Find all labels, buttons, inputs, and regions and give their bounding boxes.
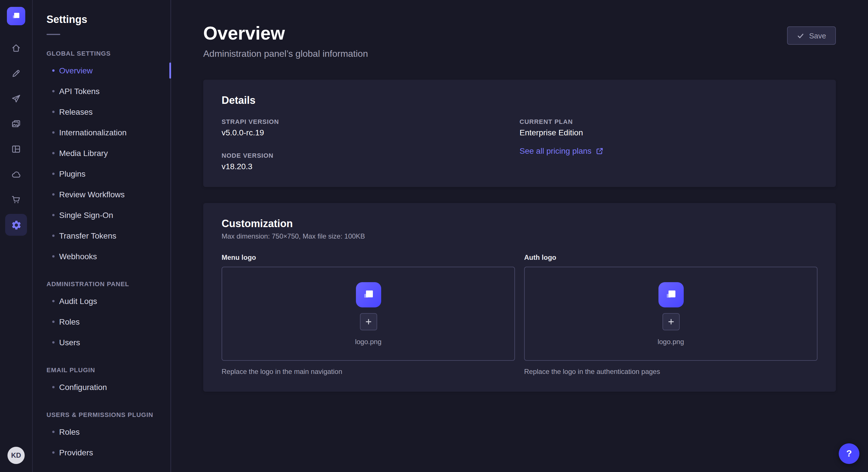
sidebar-section-header: ADMINISTRATION PANEL [33,280,170,287]
bullet-icon [52,386,55,388]
details-card-title: Details [222,95,817,107]
auth-logo-filename: logo.png [658,338,684,345]
change-auth-logo-button[interactable] [662,313,679,330]
bullet-icon [52,111,55,113]
details-left-column: STRAPI VERSION v5.0.0-rc.19 NODE VERSION… [222,118,520,171]
bullet-icon [52,173,55,175]
sidebar-item-overview[interactable]: Overview [33,60,170,81]
images-icon [11,119,21,129]
field-label: CURRENT PLAN [520,118,583,125]
menu-logo-hint: Replace the logo in the main navigation [222,368,515,376]
external-link-icon [596,147,603,155]
sidebar-item-plugins[interactable]: Plugins [33,164,170,184]
field-value: v5.0.0-rc.19 [222,128,279,137]
sidebar-item-internationalization[interactable]: Internationalization [33,122,170,143]
bullet-icon [52,321,55,323]
bullet-icon [52,431,55,433]
user-avatar[interactable]: KD [7,447,25,464]
sidebar-item-label: Plugins [59,169,86,178]
auth-logo-dropzone[interactable]: logo.png [524,267,817,361]
change-menu-logo-button[interactable] [360,313,377,330]
sidebar-item-label: Overview [59,66,93,75]
menu-logo-preview [355,282,381,307]
bullet-icon [52,193,55,196]
sidebar-item-review-workflows[interactable]: Review Workflows [33,184,170,205]
paper-plane-icon [11,94,21,104]
sidebar-section-header: GLOBAL SETTINGS [33,50,170,57]
bullet-icon [52,451,55,453]
sidebar-item-providers[interactable]: Providers [33,442,170,463]
menu-logo-field: Menu logo logo [222,252,515,376]
field-label: NODE VERSION [222,152,274,159]
nav-marketplace-button[interactable] [5,189,27,210]
bullet-icon [52,131,55,134]
bullet-icon [52,214,55,216]
nav-settings-button[interactable] [5,214,27,236]
nav-media-library-button[interactable] [5,113,27,135]
nav-cloud-button[interactable] [5,164,27,185]
strapi-logo-icon [664,288,678,301]
pen-icon [11,68,21,78]
sidebar-item-configuration[interactable]: Configuration [33,377,170,398]
bullet-icon [52,341,55,343]
bullet-icon [52,255,55,258]
sidebar-item-audit-logs[interactable]: Audit Logs [33,291,170,311]
main-content: Overview Administration panel’s global i… [171,0,868,472]
settings-title: Settings [33,14,170,26]
menu-logo-label: Menu logo [222,254,256,262]
sidebar-item-label: Roles [59,317,80,326]
sidebar-item-users[interactable]: Users [33,332,170,353]
nav-content-manager-button[interactable] [5,63,27,84]
bullet-icon [52,90,55,92]
auth-logo-label: Auth logo [524,254,556,262]
pricing-link[interactable]: See all pricing plans [520,146,603,156]
rail-items [5,37,27,236]
details-grid: STRAPI VERSION v5.0.0-rc.19 NODE VERSION… [222,118,817,171]
sidebar-item-label: Roles [59,427,80,436]
avatar-initials: KD [11,451,21,460]
page-header-text: Overview Administration panel’s global i… [203,23,368,59]
auth-logo-field: Auth logo logo [524,252,817,376]
sidebar-section-header: USERS & PERMISSIONS PLUGIN [33,411,170,418]
help-button[interactable]: ? [839,443,859,464]
sidebar-item-label: Audit Logs [59,297,97,306]
customization-card: Customization Max dimension: 750×750, Ma… [203,203,836,392]
bullet-icon [52,152,55,154]
sidebar-item-webhooks[interactable]: Webhooks [33,246,170,267]
customization-card-title: Customization [222,218,817,230]
bullet-icon [52,300,55,302]
main-nav-rail: KD [0,0,33,472]
sidebar-item-single-sign-on[interactable]: Single Sign-On [33,205,170,225]
plus-icon [365,318,372,325]
save-button[interactable]: Save [787,26,836,45]
page-subtitle: Administration panel’s global informatio… [203,49,368,59]
sidebar-item-label: Review Workflows [59,190,125,199]
nav-deploy-button[interactable] [5,88,27,109]
question-icon: ? [846,448,852,459]
sidebar-item-up-roles[interactable]: Roles [33,422,170,442]
sidebar-section-users-permissions-plugin: USERS & PERMISSIONS PLUGIN Roles Provide… [33,411,170,463]
app-root: KD Settings GLOBAL SETTINGS Overview API… [0,0,868,472]
sidebar-item-media-library[interactable]: Media Library [33,143,170,164]
strapi-logo-icon [11,11,21,21]
sidebar-item-label: Users [59,338,80,347]
nav-content-type-builder-button[interactable] [5,138,27,160]
field-value: v18.20.3 [222,162,274,171]
menu-logo-dropzone[interactable]: logo.png [222,267,515,361]
sidebar-item-transfer-tokens[interactable]: Transfer Tokens [33,225,170,246]
customization-card-subtitle: Max dimension: 750×750, Max file size: 1… [222,232,817,240]
sidebar-item-admin-roles[interactable]: Roles [33,311,170,332]
sidebar-item-label: Webhooks [59,252,97,261]
sidebar-item-label: API Tokens [59,87,100,96]
auth-logo-hint: Replace the logo in the authentication p… [524,368,817,376]
settings-sidebar: Settings GLOBAL SETTINGS Overview API To… [33,0,171,472]
sidebar-item-label: Releases [59,107,93,116]
auth-logo-preview [658,282,683,307]
nav-home-button[interactable] [5,37,27,59]
sidebar-section-global-settings: GLOBAL SETTINGS Overview API Tokens Rele… [33,50,170,267]
sidebar-item-releases[interactable]: Releases [33,102,170,122]
strapi-version-field: STRAPI VERSION v5.0.0-rc.19 [222,118,279,137]
sidebar-item-api-tokens[interactable]: API Tokens [33,81,170,102]
pricing-link-label: See all pricing plans [520,146,592,156]
strapi-home-button[interactable] [7,7,25,25]
